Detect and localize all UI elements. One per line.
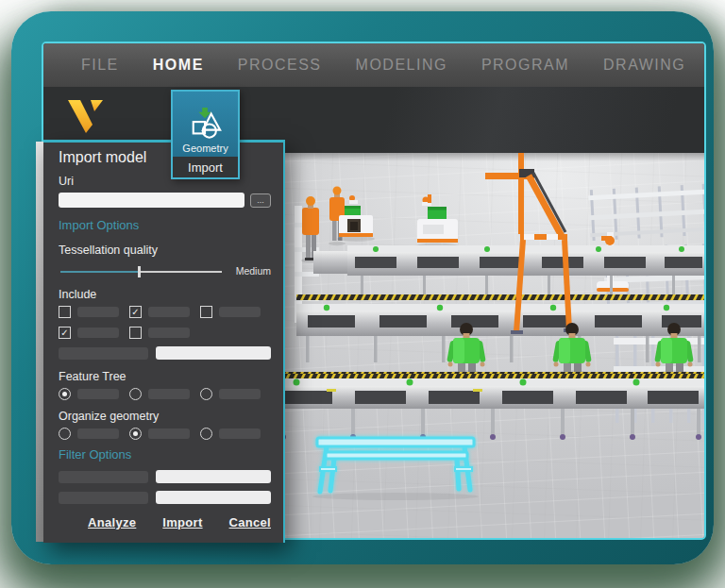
include-extra-label-placeholder xyxy=(59,347,148,360)
browse-button[interactable]: ... xyxy=(250,193,271,208)
organize-option-1[interactable] xyxy=(59,428,129,440)
menu-drawing[interactable]: DRAWING xyxy=(603,57,685,74)
include-label: Include xyxy=(59,288,271,301)
include-option-4[interactable] xyxy=(59,327,129,339)
option-label-placeholder xyxy=(219,307,261,317)
include-option-5[interactable] xyxy=(129,327,200,339)
radio-button[interactable] xyxy=(59,388,71,400)
import-model-dialog: Import model Uri ... Import Options Tess… xyxy=(43,140,285,543)
radio-button[interactable] xyxy=(129,388,142,400)
uri-input[interactable] xyxy=(59,193,244,208)
option-label-placeholder xyxy=(77,307,119,317)
slider-fill xyxy=(60,271,138,273)
checkbox[interactable] xyxy=(200,306,212,318)
menu-process[interactable]: PROCESS xyxy=(238,57,322,74)
filter-field-1[interactable] xyxy=(156,470,271,483)
include-extra-field[interactable] xyxy=(156,346,271,360)
option-label-placeholder xyxy=(77,328,119,338)
option-label-placeholder xyxy=(77,428,119,439)
filter-label-placeholder xyxy=(59,471,148,483)
radio-button[interactable] xyxy=(200,428,212,440)
include-option-1[interactable] xyxy=(59,306,129,318)
menu-bar: FILE HOME PROCESS MODELING PROGRAM DRAWI… xyxy=(43,43,704,87)
include-option-2[interactable] xyxy=(129,306,200,318)
option-label-placeholder xyxy=(148,328,190,338)
option-label-placeholder xyxy=(77,389,119,399)
include-option-3[interactable] xyxy=(200,306,271,318)
visual-components-logo-icon xyxy=(66,100,104,134)
import-button[interactable]: Import xyxy=(162,515,202,529)
menu-home[interactable]: HOME xyxy=(153,57,204,74)
radio-button[interactable] xyxy=(129,428,142,440)
geometry-import-icon xyxy=(188,107,224,141)
radio-button[interactable] xyxy=(59,428,71,440)
checkbox[interactable] xyxy=(129,306,142,318)
organize-geometry-label: Organize geometry xyxy=(59,410,271,423)
checkbox[interactable] xyxy=(59,327,71,339)
slider-handle[interactable] xyxy=(138,266,141,277)
dialog-left-edge xyxy=(36,142,43,542)
organize-option-3[interactable] xyxy=(200,428,271,440)
tessellation-slider[interactable]: Medium xyxy=(59,265,271,278)
checkbox[interactable] xyxy=(59,306,71,318)
tessellation-value: Medium xyxy=(236,265,271,277)
radio-button[interactable] xyxy=(200,388,212,400)
feature-tree-option-1[interactable] xyxy=(59,388,129,400)
option-label-placeholder xyxy=(148,389,190,399)
filter-field-2[interactable] xyxy=(156,491,271,504)
menu-file[interactable]: FILE xyxy=(81,57,119,74)
checkbox[interactable] xyxy=(129,327,142,339)
organize-option-2[interactable] xyxy=(129,428,200,440)
menu-modeling[interactable]: MODELING xyxy=(356,57,447,74)
cancel-button[interactable]: Cancel xyxy=(229,515,271,529)
geometry-import-button[interactable]: Geometry Import xyxy=(171,90,240,179)
menu-program[interactable]: PROGRAM xyxy=(481,57,569,74)
analyze-button[interactable]: Analyze xyxy=(88,515,136,529)
slider-track[interactable] xyxy=(60,271,222,273)
feature-tree-option-2[interactable] xyxy=(129,388,200,400)
tessellation-label: Tessellation quality xyxy=(59,244,271,257)
geometry-import-label-bottom: Import xyxy=(173,157,238,177)
feature-tree-label: Feature Tree xyxy=(59,370,271,383)
filter-options-header: Filter Options xyxy=(59,447,271,462)
option-label-placeholder xyxy=(219,428,261,439)
option-label-placeholder xyxy=(148,428,190,439)
geometry-import-button-top: Geometry xyxy=(173,92,238,157)
option-label-placeholder xyxy=(219,389,261,399)
geometry-import-label-top: Geometry xyxy=(182,143,228,154)
import-options-header: Import Options xyxy=(59,218,271,232)
feature-tree-option-3[interactable] xyxy=(200,388,271,400)
filter-label-placeholder xyxy=(59,492,148,504)
hazard-stripe-line-1 xyxy=(296,294,704,300)
marketing-screenshot: FILE HOME PROCESS MODELING PROGRAM DRAWI… xyxy=(0,0,725,588)
option-label-placeholder xyxy=(148,307,190,317)
